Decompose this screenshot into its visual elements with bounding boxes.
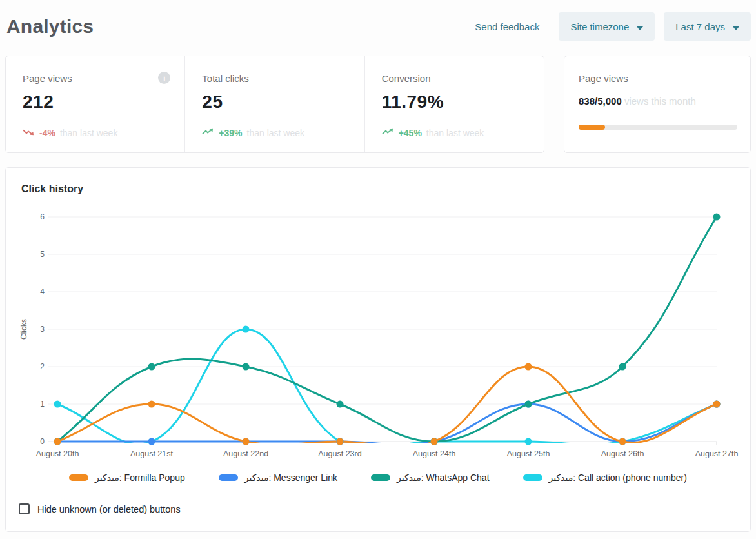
svg-text:1: 1 [40, 400, 45, 409]
quota-card: Page views 838/5,000 views this month [564, 56, 751, 153]
legend-swatch [371, 474, 390, 481]
quota-suffix: views this month [624, 96, 696, 107]
analytics-page: Analytics Send feedback Site timezone La… [0, 0, 756, 532]
stat-label: Conversion [382, 73, 528, 84]
svg-text:August 20th: August 20th [36, 449, 79, 458]
date-range-dropdown[interactable]: Last 7 days [664, 12, 751, 41]
svg-text:August 27th: August 27th [695, 449, 739, 458]
legend-item[interactable]: ميدكير: WhatsApp Chat [371, 473, 490, 483]
site-timezone-label: Site timezone [570, 21, 629, 32]
stat-value: 25 [202, 92, 348, 112]
chevron-down-icon [733, 21, 739, 32]
svg-text:August 22nd: August 22nd [223, 449, 268, 458]
stat-label: Page views [23, 73, 169, 84]
stat-delta: -4% than last week [23, 128, 169, 138]
legend-item[interactable]: ميدكير: Formilla Popup [69, 473, 185, 483]
quota-used-value: 838/5,000 [579, 96, 622, 107]
legend-item[interactable]: ميدكير: Call action (phone number) [523, 473, 687, 483]
chart-title: Click history [21, 183, 737, 195]
quota-usage: 838/5,000 views this month [579, 96, 737, 107]
svg-text:5: 5 [40, 250, 45, 259]
delta-value: +45% [399, 128, 422, 138]
legend-label: ميدكير: Formilla Popup [95, 473, 185, 483]
site-timezone-dropdown[interactable]: Site timezone [559, 12, 655, 41]
quota-progress-track [579, 125, 737, 130]
stats-row: Page views i 212 -4% than last week Tota… [5, 56, 751, 153]
legend-item[interactable]: ميدكير: Messenger Link [219, 473, 337, 483]
svg-text:Clicks: Clicks [19, 319, 28, 340]
delta-suffix: than last week [426, 128, 484, 138]
delta-value: +39% [219, 128, 242, 138]
legend-swatch [219, 474, 238, 481]
svg-text:August 21st: August 21st [130, 449, 174, 458]
hide-unknown-label: Hide unknown (or deleted) buttons [37, 504, 181, 514]
quota-progress-fill [579, 125, 605, 130]
stats-card-group: Page views i 212 -4% than last week Tota… [5, 56, 544, 153]
stat-value: 212 [23, 92, 169, 112]
legend-swatch [523, 474, 542, 481]
stat-conversion: Conversion 11.79% +45% than last week [364, 56, 544, 152]
legend-label: ميدكير: Call action (phone number) [549, 473, 687, 483]
chevron-down-icon [637, 21, 643, 32]
legend-label: ميدكير: Messenger Link [244, 473, 337, 483]
svg-text:August 26th: August 26th [601, 449, 644, 458]
hide-unknown-row: Hide unknown (or deleted) buttons [19, 503, 737, 514]
quota-label: Page views [579, 73, 737, 84]
legend-swatch [69, 474, 88, 481]
click-history-chart: 0123456August 20thAugust 21stAugust 22nd… [19, 201, 739, 462]
delta-suffix: than last week [247, 128, 305, 138]
svg-text:August 23rd: August 23rd [318, 449, 361, 458]
send-feedback-link[interactable]: Send feedback [475, 21, 539, 32]
delta-suffix: than last week [60, 128, 118, 138]
stat-value: 11.79% [382, 92, 528, 112]
chart-legend: ميدكير: Formilla Popupميدكير: Messenger … [19, 473, 737, 483]
svg-text:3: 3 [40, 325, 45, 334]
trend-up-icon [202, 128, 214, 138]
click-history-card: Click history 0123456August 20thAugust 2… [5, 167, 751, 532]
header-actions: Send feedback Site timezone Last 7 days [475, 12, 751, 41]
date-range-label: Last 7 days [675, 21, 725, 32]
svg-text:4: 4 [40, 287, 45, 296]
stat-label: Total clicks [202, 73, 348, 84]
trend-down-icon [23, 128, 35, 138]
stat-total-clicks: Total clicks 25 +39% than last week [184, 56, 364, 152]
page-title: Analytics [6, 15, 94, 37]
svg-text:2: 2 [40, 362, 45, 371]
trend-up-icon [382, 128, 394, 138]
stat-delta: +45% than last week [382, 128, 528, 138]
hide-unknown-checkbox[interactable] [19, 503, 30, 514]
svg-text:August 24th: August 24th [413, 449, 456, 458]
stat-delta: +39% than last week [202, 128, 348, 138]
svg-text:0: 0 [40, 437, 45, 446]
svg-text:6: 6 [40, 212, 45, 221]
stat-page-views: Page views i 212 -4% than last week [6, 56, 184, 152]
legend-label: ميدكير: WhatsApp Chat [397, 473, 490, 483]
svg-text:August 25th: August 25th [507, 449, 550, 458]
delta-value: -4% [39, 128, 55, 138]
page-header: Analytics Send feedback Site timezone La… [5, 8, 751, 45]
